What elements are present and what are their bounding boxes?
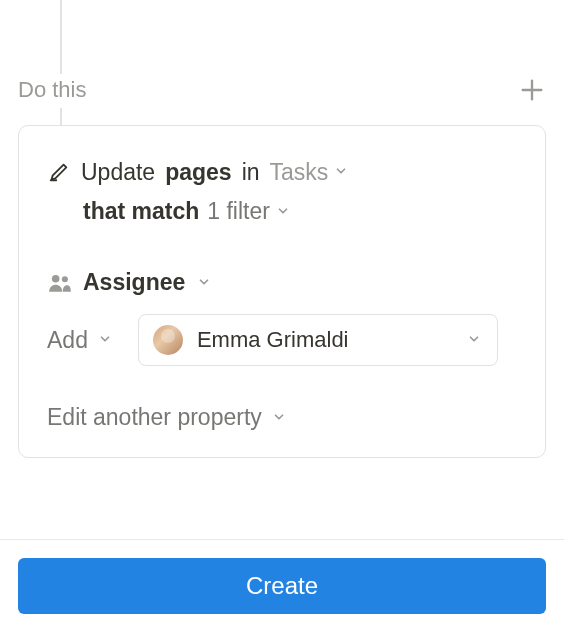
edit-another-property-button[interactable]: Edit another property	[47, 404, 517, 431]
chevron-down-icon	[272, 410, 288, 426]
edit-another-label: Edit another property	[47, 404, 262, 431]
database-selector[interactable]: Tasks	[270, 156, 351, 188]
property-name: Assignee	[83, 269, 185, 296]
filter-count: 1 filter	[207, 198, 270, 225]
chevron-down-icon	[197, 275, 213, 291]
action-preposition: in	[242, 156, 260, 188]
chevron-down-icon	[276, 204, 292, 220]
operation-label: Add	[47, 327, 88, 354]
create-button[interactable]: Create	[18, 558, 546, 614]
action-card: Update pages in Tasks that match 1 filte…	[18, 125, 546, 458]
match-prefix: that match	[83, 198, 199, 225]
avatar	[153, 325, 183, 355]
operation-selector[interactable]: Add	[47, 327, 114, 354]
chevron-down-icon	[98, 332, 114, 348]
people-icon	[47, 270, 73, 296]
timeline-connector-top	[60, 0, 62, 74]
action-verb: Update	[81, 156, 155, 188]
database-name: Tasks	[270, 156, 329, 188]
property-section: Assignee Add Emma Grimaldi	[47, 269, 517, 431]
chevron-down-icon	[334, 164, 350, 180]
action-line: Update pages in Tasks	[47, 156, 517, 188]
chevron-down-icon	[467, 332, 483, 348]
filter-line: that match 1 filter	[83, 198, 517, 225]
property-header[interactable]: Assignee	[47, 269, 517, 296]
filter-selector[interactable]: 1 filter	[207, 198, 292, 225]
action-object: pages	[165, 156, 231, 188]
person-name: Emma Grimaldi	[197, 327, 451, 353]
footer: Create	[0, 539, 564, 636]
property-value-row: Add Emma Grimaldi	[47, 314, 517, 366]
person-selector[interactable]: Emma Grimaldi	[138, 314, 498, 366]
edit-icon	[47, 160, 71, 184]
section-label: Do this	[18, 77, 86, 103]
svg-point-4	[62, 276, 68, 282]
svg-point-3	[52, 275, 60, 283]
section-header: Do this	[18, 76, 546, 104]
timeline-connector-bottom	[60, 108, 62, 126]
add-action-button[interactable]	[518, 76, 546, 104]
